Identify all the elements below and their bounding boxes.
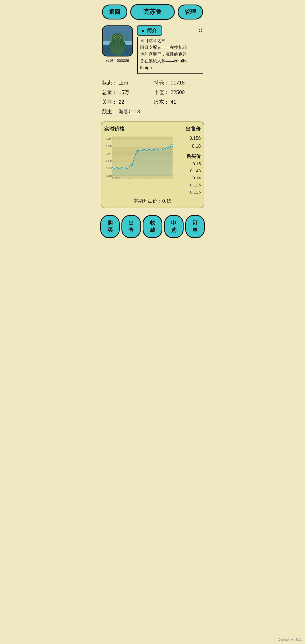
svg-point-41	[151, 149, 153, 151]
buy-price-5: 0.125	[190, 189, 201, 195]
intro-description: 盲目吃鱼之神 旧日支配者——在拉莱耶 他的宫殿里，沉睡的克苏 鲁在侯汝入梦——c…	[140, 37, 203, 71]
svg-text:0.132: 0.132	[106, 160, 112, 162]
status-stat: 状态： 上市	[102, 79, 151, 87]
svg-point-39	[141, 149, 143, 151]
intro-tag: 简介	[137, 25, 162, 36]
intro-header: 简介 ↺	[137, 25, 203, 36]
svg-text:...: ...	[128, 177, 130, 179]
buy-price-1: 0.15	[193, 161, 201, 167]
intro-text-box: 盲目吃鱼之神 旧日支配者——在拉莱耶 他的宫殿里，沉睡的克苏 鲁在侯汝入梦——c…	[137, 37, 203, 74]
svg-text:0.144: 0.144	[106, 152, 112, 155]
svg-point-43	[161, 148, 163, 150]
svg-point-34	[116, 167, 118, 169]
svg-text:0.166: 0.166	[106, 137, 112, 140]
svg-text:...: ...	[160, 177, 162, 179]
buy-price-4: 0.126	[190, 182, 201, 188]
title-button[interactable]: 克苏鲁	[130, 4, 175, 20]
top-navigation: 返回 克苏鲁 管理	[97, 0, 208, 23]
chart-section: 实时价格 出售价 0.166 0.155 0.144 0.132 0.121 0…	[101, 121, 204, 208]
sell-title: 出售价	[186, 125, 201, 132]
back-button[interactable]: 返回	[102, 5, 127, 19]
refresh-icon[interactable]: ↺	[198, 27, 203, 34]
avatar-frame	[102, 25, 133, 56]
price-panel: 0.156 0.18 购买价 0.15 0.143 0.14 0.126 0.1…	[175, 135, 201, 195]
svg-text:...: ...	[169, 177, 171, 179]
major-shareholder-stat: 股主： 游客0113	[102, 107, 203, 116]
price-chart-svg: 0.166 0.155 0.144 0.132 0.121 0.110 1970…	[104, 135, 173, 180]
avatar-container: 代码：000029	[102, 25, 133, 63]
total-stat: 总量： 15万	[102, 88, 151, 97]
profile-info: 简介 ↺ 盲目吃鱼之神 旧日支配者——在拉莱耶 他的宫殿里，沉睡的克苏 鲁在侯汝…	[137, 25, 203, 74]
svg-point-7	[115, 37, 116, 38]
follow-stat: 关注： 22	[102, 98, 151, 106]
holding-stat: 持仓： 11718	[154, 79, 203, 87]
svg-text:0.155: 0.155	[106, 145, 112, 147]
svg-point-44	[166, 147, 168, 149]
collect-button[interactable]: 收藏	[143, 215, 162, 238]
svg-point-42	[156, 148, 158, 150]
shareholders-stat: 股东： 41	[154, 98, 203, 106]
svg-text:0.121: 0.121	[106, 167, 112, 170]
svg-point-8	[119, 37, 120, 38]
svg-text:...: ...	[139, 177, 140, 179]
svg-point-40	[146, 149, 148, 151]
market-value-stat: 市值： 22500	[154, 88, 203, 97]
chart-title: 实时价格	[104, 125, 125, 132]
svg-point-35	[121, 167, 123, 169]
profile-section: 代码：000029 简介 ↺ 盲目吃鱼之神 旧日支配者——在拉莱耶 他的宫殿里，…	[97, 23, 208, 76]
stats-section: 状态： 上市 持仓： 11718 总量： 15万 市值： 22500 关注： 2…	[97, 76, 208, 119]
buy-price-3: 0.14	[193, 175, 201, 181]
sell-button[interactable]: 出售	[121, 215, 141, 238]
svg-text:0.110: 0.110	[106, 175, 112, 177]
avatar-image	[103, 26, 132, 56]
svg-point-37	[131, 164, 133, 166]
svg-text:...: ...	[149, 177, 151, 179]
chart-header: 实时价格 出售价	[104, 125, 201, 132]
buy-title: 购买价	[186, 153, 201, 160]
buy-price-2: 0.143	[190, 168, 201, 174]
manage-button[interactable]: 管理	[178, 5, 203, 19]
svg-point-33	[111, 167, 113, 169]
svg-point-36	[126, 167, 128, 169]
bottom-navigation: 购买 出售 收藏 申购 订单	[97, 211, 208, 243]
buy-button[interactable]: 购买	[100, 215, 120, 238]
chart-area: 0.166 0.155 0.144 0.132 0.121 0.110 1970…	[104, 135, 201, 195]
opening-price: 本期开盘价：0.15	[104, 198, 201, 204]
chart-canvas: 0.166 0.155 0.144 0.132 0.121 0.110 1970…	[104, 135, 173, 181]
subscribe-button[interactable]: 申购	[164, 215, 184, 238]
svg-point-38	[136, 150, 138, 152]
sell-price-1: 0.156	[189, 135, 201, 142]
order-button[interactable]: 订单	[185, 215, 205, 238]
sell-price-2: 0.18	[192, 143, 201, 150]
svg-text:1970/1/1: 1970/1/1	[112, 177, 120, 179]
svg-point-45	[171, 145, 173, 147]
entity-code: 代码：000029	[106, 58, 129, 63]
stats-grid: 状态： 上市 持仓： 11718 总量： 15万 市值： 22500 关注： 2…	[102, 79, 203, 116]
